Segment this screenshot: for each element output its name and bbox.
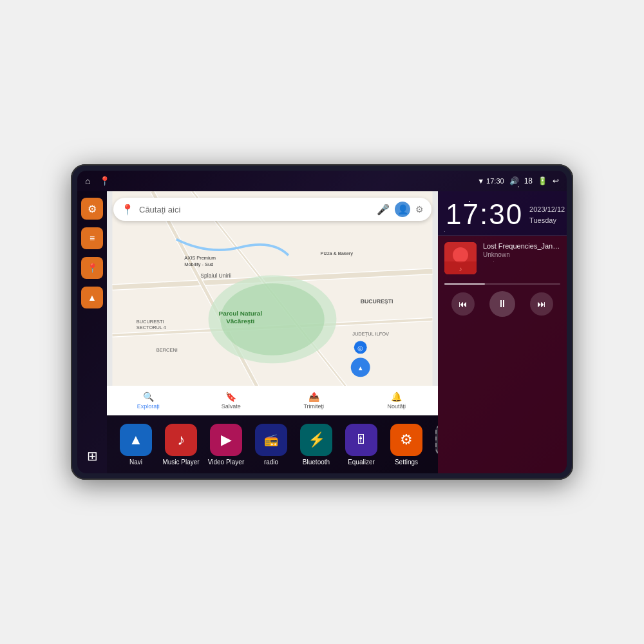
music-prev-button[interactable]: ⏮ xyxy=(451,292,475,316)
map-layers-icon[interactable]: ⚙ xyxy=(415,204,424,214)
explore-label: Explorați xyxy=(137,403,160,410)
navi-icon: ▲ xyxy=(120,424,152,456)
map-mic-icon[interactable]: 🎤 xyxy=(377,204,390,216)
map-tab-saved[interactable]: 🔖 Salvate xyxy=(190,392,273,410)
sidebar-maps-icon[interactable]: 📍 xyxy=(81,257,103,279)
explore-icon: 🔍 xyxy=(143,392,154,402)
saved-icon: 🔖 xyxy=(225,392,236,402)
next-icon: ⏭ xyxy=(537,299,546,309)
center-area: Parcul Natural Văcărești BUCUREȘTI JUDEȚ… xyxy=(107,191,438,473)
radio-label: radio xyxy=(264,459,278,466)
prev-icon: ⏮ xyxy=(459,299,468,309)
svg-text:BERCENI: BERCENI xyxy=(156,347,178,353)
app-video-player[interactable]: ▶ Video Player xyxy=(204,424,249,466)
avatar-icon: 👤 xyxy=(397,204,408,214)
equalizer-icon: 🎚 xyxy=(345,424,377,456)
bluetooth-icon: ⚡ xyxy=(300,424,332,456)
left-sidebar: ⚙ ≡ 📍 ▲ ⊞ xyxy=(77,191,107,473)
back-icon[interactable]: ↩ xyxy=(553,176,559,185)
music-album-art: ♪ xyxy=(444,242,477,274)
svg-text:AXIS Premium: AXIS Premium xyxy=(184,255,216,261)
svg-text:Parcul Natural: Parcul Natural xyxy=(219,310,263,317)
svg-text:◎: ◎ xyxy=(357,345,363,352)
settings-icon: ⚙ xyxy=(390,424,422,456)
settings-label: Settings xyxy=(395,459,418,466)
music-play-pause-button[interactable]: ⏸ xyxy=(489,291,515,317)
music-widget: ♪ Lost Frequencies_Janie... Unknown xyxy=(438,236,567,473)
music-player-label: Music Player xyxy=(162,459,199,466)
clock-day: Tuesday xyxy=(529,215,565,226)
bluetooth-label: Bluetooth xyxy=(303,459,330,466)
navi-label: Navi xyxy=(129,459,142,466)
google-maps-pin-icon: 📍 xyxy=(121,204,134,216)
app-add[interactable]: + add xyxy=(429,424,438,466)
battery-level: 18 xyxy=(524,176,533,185)
clock-time-display: 17:30 xyxy=(446,200,523,229)
status-left-icons: ⌂ 📍 xyxy=(85,176,110,186)
svg-text:Splaiul Unirii: Splaiul Unirii xyxy=(200,272,231,279)
device-shell: ⌂ 📍 ▼ 17:30 🔊 18 🔋 ↩ ⚙ ≡ 📍 ▲ ⊞ xyxy=(71,164,573,480)
svg-text:SECTORUL 4: SECTORUL 4 xyxy=(137,325,166,330)
status-bar: ⌂ 📍 ▼ 17:30 🔊 18 🔋 ↩ xyxy=(77,171,567,191)
share-label: Trimiteți xyxy=(303,403,324,410)
radio-icon: 📻 xyxy=(255,424,287,456)
map-search-placeholder[interactable]: Căutați aici xyxy=(139,205,372,214)
app-equalizer[interactable]: 🎚 Equalizer xyxy=(339,424,384,466)
bluetooth-icon-glyph: ⚡ xyxy=(308,431,325,448)
radio-icon-glyph: 📻 xyxy=(264,433,278,447)
app-music-player[interactable]: ♪ Music Player xyxy=(158,424,204,466)
share-icon: 📤 xyxy=(308,392,319,402)
wifi-icon: ▼ 17:30 xyxy=(477,177,504,185)
play-pause-icon: ⏸ xyxy=(497,298,507,310)
device-screen: ⌂ 📍 ▼ 17:30 🔊 18 🔋 ↩ ⚙ ≡ 📍 ▲ ⊞ xyxy=(77,171,567,473)
map-bottom-bar: 🔍 Explorați 🔖 Salvate 📤 Trimiteți � xyxy=(107,386,438,415)
music-artist: Unknown xyxy=(483,251,560,258)
video-player-icon: ▶ xyxy=(210,424,242,456)
svg-text:▲: ▲ xyxy=(357,365,364,372)
svg-text:BUCUREȘTI: BUCUREȘTI xyxy=(361,298,393,305)
svg-text:♪: ♪ xyxy=(459,265,462,272)
svg-text:Pizza & Bakery: Pizza & Bakery xyxy=(321,251,354,256)
svg-text:Văcărești: Văcărești xyxy=(226,317,254,325)
navi-icon-glyph: ▲ xyxy=(129,431,143,448)
clock-widget: 17:30 2023/12/12 Tuesday xyxy=(438,191,567,236)
music-progress-bar[interactable] xyxy=(444,283,560,285)
equalizer-label: Equalizer xyxy=(348,459,375,466)
map-search-bar[interactable]: 📍 Căutați aici 🎤 👤 ⚙ xyxy=(113,198,431,221)
map-tab-explore[interactable]: 🔍 Explorați xyxy=(107,392,190,410)
svg-text:Mobility - Sud: Mobility - Sud xyxy=(184,261,213,267)
sidebar-settings-icon[interactable]: ⚙ xyxy=(81,198,103,220)
settings-icon-glyph: ⚙ xyxy=(400,431,413,448)
clock-date-display: 2023/12/12 Tuesday xyxy=(529,200,565,225)
map-tab-updates[interactable]: 🔔 Noutăți xyxy=(355,392,439,410)
music-progress-fill xyxy=(444,283,485,285)
sidebar-nav-icon[interactable]: ▲ xyxy=(81,287,103,308)
music-player-icon-glyph: ♪ xyxy=(177,431,185,449)
main-area: ⚙ ≡ 📍 ▲ ⊞ xyxy=(77,191,567,473)
app-bluetooth[interactable]: ⚡ Bluetooth xyxy=(294,424,339,466)
music-player-icon: ♪ xyxy=(165,424,197,456)
video-player-label: Video Player xyxy=(208,459,245,466)
music-next-button[interactable]: ⏭ xyxy=(530,292,553,316)
clock-date: 2023/12/12 xyxy=(529,204,565,215)
updates-icon: 🔔 xyxy=(391,392,402,402)
right-panel: 17:30 2023/12/12 Tuesday xyxy=(438,191,567,473)
saved-label: Salvate xyxy=(222,403,241,410)
app-navi[interactable]: ▲ Navi xyxy=(113,424,158,466)
music-controls: ⏮ ⏸ ⏭ xyxy=(444,291,560,317)
svg-text:BUCUREȘTI: BUCUREȘTI xyxy=(137,319,164,325)
svg-text:JUDEȚUL ILFOV: JUDEȚUL ILFOV xyxy=(352,331,389,337)
maps-status-icon: 📍 xyxy=(99,176,110,186)
map-widget[interactable]: Parcul Natural Văcărești BUCUREȘTI JUDEȚ… xyxy=(107,191,438,415)
album-art-svg: ♪ xyxy=(444,242,477,274)
music-track-info: Lost Frequencies_Janie... Unknown xyxy=(483,242,560,258)
music-info-row: ♪ Lost Frequencies_Janie... Unknown xyxy=(444,242,560,274)
map-user-avatar[interactable]: 👤 xyxy=(395,202,410,217)
sidebar-apps-grid-button[interactable]: ⊞ xyxy=(81,445,103,467)
music-track-name: Lost Frequencies_Janie... xyxy=(483,242,560,250)
app-radio[interactable]: 📻 radio xyxy=(249,424,294,466)
app-settings[interactable]: ⚙ Settings xyxy=(384,424,429,466)
map-tab-share[interactable]: 📤 Trimiteți xyxy=(272,392,355,410)
map-svg: Parcul Natural Văcărești BUCUREȘTI JUDEȚ… xyxy=(107,191,438,415)
sidebar-files-icon[interactable]: ≡ xyxy=(81,227,103,249)
